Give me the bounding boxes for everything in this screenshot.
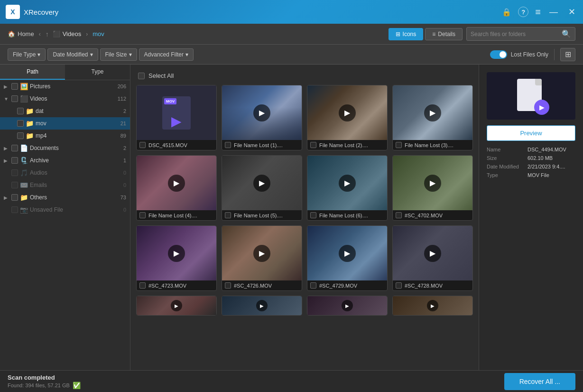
file-item-partial-2[interactable]: ▶ — [307, 296, 388, 316]
play-button-partial[interactable]: ▶ — [171, 300, 182, 311]
file-check-9[interactable] — [225, 282, 231, 289]
minimize-button[interactable]: — — [547, 7, 560, 17]
play-button-2[interactable]: ▶ — [339, 104, 356, 121]
play-button-partial-3[interactable]: ▶ — [427, 300, 438, 311]
file-check-3[interactable] — [396, 142, 402, 148]
sidebar-item-others[interactable]: ▶ 📁 Others 73 — [0, 191, 130, 204]
lock-icon[interactable]: 🔒 — [502, 8, 511, 17]
chevron-down-icon: ▾ — [129, 51, 132, 58]
play-button-partial-1[interactable]: ▶ — [256, 300, 268, 311]
file-item-partial-0[interactable]: ▶ — [136, 296, 217, 316]
detail-preview-area: ▶ — [487, 72, 575, 120]
videos-checkbox[interactable] — [11, 95, 18, 102]
pictures-checkbox[interactable] — [11, 83, 18, 90]
home-nav[interactable]: 🏠 Home — [8, 30, 34, 37]
file-check-8[interactable] — [139, 282, 146, 289]
file-item-1[interactable]: ▶ File Name Lost (1).... — [222, 85, 302, 150]
file-item-8[interactable]: ▶ #SC_4723.MOV — [136, 225, 217, 291]
sidebar-item-unsaved[interactable]: 📷 Unsaved File 0 — [0, 204, 130, 216]
file-item-5[interactable]: ▶ File Name Lost (5).... — [222, 155, 302, 221]
breadcrumb-videos[interactable]: ⬛ Videos — [53, 30, 82, 37]
play-button-3[interactable]: ▶ — [424, 104, 441, 121]
file-item-partial-1[interactable]: ▶ — [222, 296, 302, 316]
file-check-2[interactable] — [310, 142, 316, 148]
details-view-button[interactable]: ≡ Details — [425, 28, 463, 40]
file-item-partial-3[interactable]: ▶ — [392, 296, 473, 316]
up-arrow-icon[interactable]: ↑ — [46, 30, 49, 38]
close-button[interactable]: ✕ — [566, 7, 577, 17]
sidebar-item-audios[interactable]: 🎵 Audios 0 — [0, 167, 130, 179]
file-check-10[interactable] — [310, 282, 316, 289]
play-button-4[interactable]: ▶ — [168, 175, 185, 192]
file-item-2[interactable]: ▶ File Name Lost (2).... — [307, 85, 388, 150]
sidebar: Path Type ▶ 🖼️ Pictures 206 ▼ ⬛ Videos 1… — [0, 65, 130, 370]
detail-date-value: 2/21/2023 9:4.... — [527, 164, 565, 169]
file-check-5[interactable] — [225, 212, 231, 218]
file-check-0[interactable] — [139, 142, 146, 148]
file-item-11[interactable]: ▶ #SC_4728.MOV — [392, 225, 473, 291]
play-button-8[interactable]: ▶ — [168, 245, 185, 262]
file-item-3[interactable]: ▶ File Name Lost (3).... — [392, 85, 473, 150]
thumbnail-2: ▶ — [307, 85, 387, 140]
file-item-6[interactable]: ▶ File Name Lost (6).... — [307, 155, 388, 221]
thumbnail-11: ▶ — [393, 226, 472, 280]
play-button-5[interactable]: ▶ — [253, 175, 270, 192]
play-button-partial-2[interactable]: ▶ — [342, 300, 353, 311]
play-button-1[interactable]: ▶ — [253, 104, 270, 121]
play-button-6[interactable]: ▶ — [339, 175, 356, 192]
sidebar-item-mov[interactable]: 📁 mov 21 — [0, 117, 130, 130]
archive-checkbox[interactable] — [11, 157, 18, 164]
date-modified-filter[interactable]: Date Modified ▾ — [47, 48, 98, 61]
dat-checkbox[interactable] — [17, 108, 24, 114]
sidebar-item-documents[interactable]: ▶ 📄 Documents 2 — [0, 142, 130, 154]
recover-all-button[interactable]: Recover All ... — [504, 373, 575, 390]
others-checkbox[interactable] — [11, 194, 18, 201]
mov-checkbox[interactable] — [17, 120, 24, 127]
file-item-4[interactable]: ▶ File Name Lost (4).... — [136, 155, 217, 221]
file-item-7[interactable]: ▶ #SC_4702.MOV — [392, 155, 473, 221]
sidebar-item-emails[interactable]: ✉️ Emails 0 — [0, 179, 130, 191]
file-type-filter[interactable]: File Type ▾ — [8, 48, 46, 61]
play-button-9[interactable]: ▶ — [253, 245, 270, 262]
icons-view-button[interactable]: ⊞ Icons — [389, 28, 424, 40]
file-check-6[interactable] — [310, 212, 316, 218]
select-all-checkbox[interactable] — [138, 73, 145, 79]
audios-checkbox[interactable] — [11, 169, 18, 176]
file-check-7[interactable] — [396, 212, 402, 218]
sidebar-item-videos[interactable]: ▼ ⬛ Videos 112 — [0, 93, 130, 105]
menu-icon[interactable]: ≡ — [535, 7, 541, 18]
file-item-0[interactable]: MOV ▶ DSC_4515.MOV — [136, 85, 217, 150]
file-item-10[interactable]: ▶ #SC_4729.MOV — [307, 225, 388, 291]
expand-icon: ▶ — [4, 195, 9, 200]
mp4-checkbox[interactable] — [17, 132, 24, 139]
preview-button[interactable]: Preview — [487, 125, 575, 141]
search-input[interactable] — [471, 31, 559, 37]
tab-path[interactable]: Path — [0, 65, 65, 80]
sidebar-item-pictures[interactable]: ▶ 🖼️ Pictures 206 — [0, 80, 130, 93]
file-check-1[interactable] — [225, 142, 231, 148]
search-box[interactable]: 🔍 — [466, 27, 575, 41]
lost-files-toggle[interactable] — [490, 50, 507, 59]
help-icon[interactable]: ? — [518, 7, 528, 17]
play-button-10[interactable]: ▶ — [339, 245, 356, 262]
file-check-4[interactable] — [139, 212, 146, 218]
play-button-7[interactable]: ▶ — [424, 175, 441, 192]
sidebar-item-mp4[interactable]: 📁 mp4 89 — [0, 130, 130, 142]
file-item-9[interactable]: ▶ #SC_4726.MOV — [222, 225, 302, 291]
detail-mov-icon: ▶ — [517, 79, 546, 113]
breadcrumb-mov[interactable]: mov — [93, 30, 104, 37]
file-size-filter[interactable]: File Size ▾ — [100, 48, 137, 61]
tab-type[interactable]: Type — [65, 65, 130, 80]
documents-checkbox[interactable] — [11, 145, 18, 151]
lost-files-toggle-group: Lost Files Only — [490, 50, 548, 59]
videos-count: 112 — [118, 96, 126, 102]
file-name-1: File Name Lost (1).... — [234, 142, 283, 148]
advanced-filter-button[interactable]: Advanced Filter ▾ — [139, 48, 194, 61]
play-button-11[interactable]: ▶ — [424, 245, 441, 262]
filter-settings-button[interactable]: ⊞ — [560, 48, 575, 61]
file-check-11[interactable] — [396, 282, 402, 289]
sidebar-item-dat[interactable]: 📁 dat 2 — [0, 105, 130, 117]
emails-checkbox[interactable] — [11, 182, 18, 188]
sidebar-item-archive[interactable]: ▶ 🗜️ Archive 1 — [0, 154, 130, 167]
unsaved-checkbox[interactable] — [11, 206, 18, 213]
